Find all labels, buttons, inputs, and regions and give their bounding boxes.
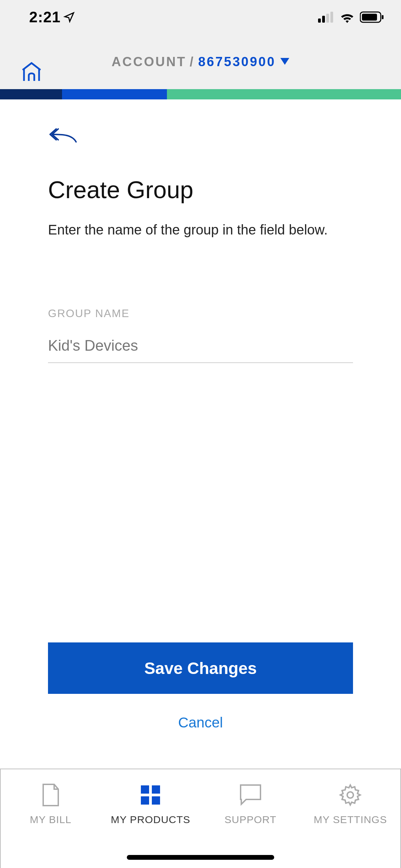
nav-label: MY PRODUCTS — [111, 814, 190, 825]
home-icon[interactable] — [21, 62, 42, 83]
status-indicators — [318, 11, 384, 23]
svg-rect-1 — [322, 16, 325, 23]
nav-label: MY SETTINGS — [314, 814, 387, 825]
chevron-down-icon — [280, 58, 289, 65]
products-icon — [139, 783, 161, 807]
svg-rect-5 — [362, 14, 377, 21]
nav-my-settings[interactable]: MY SETTINGS — [301, 783, 401, 825]
location-icon — [63, 11, 75, 23]
status-time-text: 2:21 — [29, 9, 61, 26]
group-name-input[interactable] — [48, 334, 353, 363]
nav-label: MY BILL — [30, 814, 72, 825]
battery-icon — [360, 11, 384, 23]
bottom-nav: MY BILL MY PRODUCTS SUPPORT — [0, 769, 401, 868]
breadcrumb-separator: / — [190, 55, 195, 69]
svg-rect-3 — [330, 12, 333, 23]
svg-rect-9 — [141, 796, 149, 805]
group-name-label: GROUP NAME — [48, 307, 353, 320]
settings-icon — [338, 783, 362, 807]
svg-rect-2 — [326, 14, 329, 23]
home-indicator[interactable] — [127, 855, 274, 860]
save-button[interactable]: Save Changes — [48, 642, 353, 694]
nav-support[interactable]: SUPPORT — [200, 783, 301, 825]
bill-icon — [41, 783, 60, 807]
main-content: Create Group Enter the name of the group… — [0, 99, 401, 769]
breadcrumb: ACCOUNT / 867530900 — [21, 55, 380, 69]
svg-rect-8 — [152, 785, 160, 794]
status-time: 2:21 — [29, 9, 75, 26]
support-icon — [239, 783, 263, 807]
svg-point-11 — [347, 792, 353, 798]
cancel-button[interactable]: Cancel — [48, 708, 353, 738]
breadcrumb-label: ACCOUNT — [112, 55, 186, 69]
account-number: 867530900 — [198, 55, 276, 69]
cellular-icon — [318, 12, 335, 23]
app-header: ACCOUNT / 867530900 — [0, 34, 401, 89]
status-bar: 2:21 — [0, 0, 401, 34]
page-subtitle: Enter the name of the group in the field… — [48, 221, 353, 239]
nav-my-bill[interactable]: MY BILL — [1, 783, 101, 825]
progress-segment-2 — [62, 89, 167, 99]
page-title: Create Group — [48, 176, 353, 204]
back-button[interactable] — [48, 127, 353, 145]
svg-rect-6 — [382, 15, 384, 19]
progress-segment-1 — [0, 89, 62, 99]
svg-rect-0 — [318, 19, 321, 23]
account-selector[interactable]: 867530900 — [198, 55, 289, 69]
svg-rect-10 — [152, 796, 160, 805]
wifi-icon — [339, 11, 355, 23]
svg-rect-7 — [141, 785, 149, 794]
nav-label: SUPPORT — [224, 814, 276, 825]
form-actions: Save Changes Cancel — [48, 642, 353, 738]
progress-segment-3 — [167, 89, 401, 99]
progress-bar — [0, 89, 401, 99]
nav-my-products[interactable]: MY PRODUCTS — [101, 783, 201, 825]
